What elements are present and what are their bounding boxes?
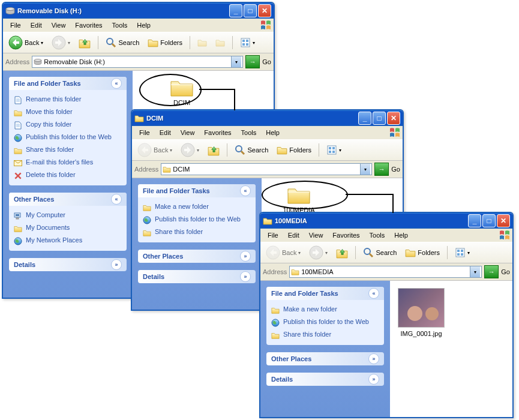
menu-edit[interactable]: Edit [283, 230, 304, 240]
task-new-folder[interactable]: Make a new folder [271, 304, 379, 316]
titlebar[interactable]: 100MEDIA _ □ ✕ [260, 213, 512, 229]
views-button[interactable]: ▾ [237, 34, 258, 51]
panel-header[interactable]: Details» [138, 270, 256, 283]
menu-tools[interactable]: Tools [236, 128, 262, 137]
panel-header[interactable]: Other Places» [266, 352, 384, 365]
task-publish[interactable]: Publish this folder to the Web [271, 316, 379, 329]
place-my-computer[interactable]: My Computer [14, 209, 122, 222]
move-to-button[interactable] [194, 34, 210, 51]
address-dropdown[interactable]: ▾ [231, 56, 241, 67]
menu-view[interactable]: View [47, 20, 71, 30]
menu-help[interactable]: Help [132, 20, 155, 30]
task-rename[interactable]: Rename this folder [14, 94, 122, 106]
address-input[interactable]: DCIM ▾ [161, 163, 372, 175]
panel-header[interactable]: Other Places« [9, 193, 127, 206]
close-button[interactable]: ✕ [497, 214, 510, 227]
collapse-icon[interactable]: « [368, 288, 379, 299]
task-share[interactable]: Share this folder [143, 226, 251, 239]
titlebar[interactable]: Removable Disk (H:) _ □ ✕ [3, 3, 274, 19]
panel-header[interactable]: Details» [9, 258, 127, 271]
minimize-button[interactable]: _ [229, 4, 242, 17]
menu-edit[interactable]: Edit [155, 128, 176, 137]
up-button[interactable] [333, 244, 351, 261]
folder-item-100media[interactable]: 100MEDIA [275, 185, 323, 214]
menu-favorites[interactable]: Favorites [70, 20, 107, 30]
task-publish[interactable]: Publish this folder to the Web [143, 214, 251, 226]
search-button[interactable]: Search [232, 142, 271, 158]
panel-header[interactable]: Other Places» [138, 250, 256, 263]
address-dropdown[interactable]: ▾ [470, 266, 480, 277]
up-button[interactable] [205, 142, 223, 158]
expand-icon[interactable]: » [368, 374, 379, 385]
back-button[interactable]: Back▾ [134, 142, 175, 158]
menu-view[interactable]: View [176, 128, 200, 137]
collapse-icon[interactable]: « [111, 194, 122, 205]
task-share[interactable]: Share this folder [14, 144, 122, 157]
expand-icon[interactable]: » [111, 259, 122, 270]
go-button[interactable]: → [245, 55, 260, 68]
expand-icon[interactable]: » [240, 251, 251, 262]
minimize-button[interactable]: _ [358, 112, 371, 125]
menu-favorites[interactable]: Favorites [199, 128, 236, 137]
folders-button[interactable]: Folders [274, 142, 314, 158]
panel-header[interactable]: Details» [266, 373, 384, 386]
copy-to-button[interactable] [212, 34, 228, 51]
place-network[interactable]: My Network Places [14, 235, 122, 247]
address-text: DCIM [173, 166, 190, 173]
titlebar[interactable]: DCIM _ □ ✕ [132, 110, 403, 126]
menu-file[interactable]: File [5, 20, 26, 30]
menu-help[interactable]: Help [261, 128, 284, 137]
minimize-button[interactable]: _ [468, 214, 481, 227]
go-button[interactable]: → [484, 265, 499, 278]
search-button[interactable]: Search [360, 244, 400, 261]
maximize-button[interactable]: □ [482, 214, 496, 227]
task-email[interactable]: E-mail this folder's files [14, 157, 122, 169]
panel-header[interactable]: File and Folder Tasks« [266, 287, 384, 300]
back-button[interactable]: Back▾ [263, 244, 304, 261]
collapse-icon[interactable]: « [111, 78, 122, 89]
folder-label: DCIM [173, 99, 190, 106]
image-item[interactable]: IMG_0001.jpg [397, 288, 445, 337]
menu-tools[interactable]: Tools [365, 230, 390, 240]
task-copy[interactable]: Copy this folder [14, 119, 122, 131]
task-move[interactable]: Move this folder [14, 106, 122, 119]
menu-help[interactable]: Help [389, 230, 413, 240]
address-input[interactable]: Removable Disk (H:) ▾ [32, 56, 243, 68]
task-share[interactable]: Share this folder [271, 329, 379, 341]
folders-button[interactable]: Folders [402, 244, 443, 261]
task-delete[interactable]: Delete this folder [14, 169, 122, 182]
task-publish[interactable]: Publish this folder to the Web [14, 131, 122, 144]
forward-button[interactable]: ▾ [49, 34, 73, 51]
close-button[interactable]: ✕ [387, 112, 400, 125]
panel-header[interactable]: File and Folder Tasks« [138, 184, 256, 197]
views-button[interactable]: ▾ [323, 142, 344, 158]
menu-favorites[interactable]: Favorites [328, 230, 364, 240]
place-my-documents[interactable]: My Documents [14, 222, 122, 235]
expand-icon[interactable]: » [240, 271, 251, 282]
menu-tools[interactable]: Tools [107, 20, 133, 30]
menu-file[interactable]: File [263, 230, 283, 240]
folder-item-dcim[interactable]: DCIM [158, 78, 206, 106]
menu-view[interactable]: View [304, 230, 328, 240]
address-dropdown[interactable]: ▾ [360, 164, 370, 175]
menu-file[interactable]: File [134, 128, 155, 137]
forward-button[interactable]: ▾ [306, 244, 331, 261]
task-new-folder[interactable]: Make a new folder [143, 201, 251, 214]
address-input[interactable]: 100MEDIA ▾ [289, 266, 482, 278]
up-button[interactable] [76, 34, 94, 51]
panel-header[interactable]: File and Folder Tasks« [9, 77, 127, 90]
back-button[interactable]: Back▾ [5, 34, 46, 51]
collapse-icon[interactable]: « [240, 185, 251, 196]
folders-button[interactable]: Folders [145, 34, 185, 51]
maximize-button[interactable]: □ [373, 112, 386, 125]
content-area[interactable]: IMG_0001.jpg [390, 281, 512, 417]
close-button[interactable]: ✕ [258, 4, 271, 17]
go-button[interactable]: → [374, 163, 389, 176]
address-bar: Address DCIM ▾ → Go [132, 161, 403, 178]
forward-button[interactable]: ▾ [178, 142, 202, 158]
views-button[interactable]: ▾ [452, 244, 473, 261]
maximize-button[interactable]: □ [244, 4, 257, 17]
search-button[interactable]: Search [103, 34, 142, 51]
expand-icon[interactable]: » [368, 353, 379, 364]
menu-edit[interactable]: Edit [26, 20, 47, 30]
